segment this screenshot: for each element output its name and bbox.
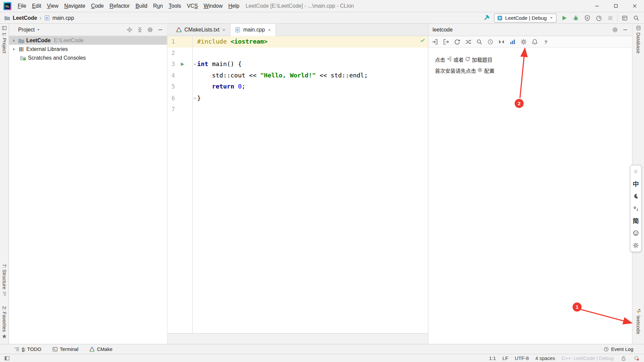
menu-view[interactable]: View [44,0,61,12]
menu-refactor[interactable]: Refactor [107,0,132,12]
moon-icon[interactable] [632,192,640,200]
code-line[interactable]: 2 [168,47,428,59]
tool-button-database[interactable]: Database [633,25,644,54]
leetcode-shuffle-button[interactable] [465,37,472,47]
build-button[interactable] [482,13,491,22]
stop-button[interactable] [606,13,615,22]
menu-file[interactable]: File [15,0,29,12]
fold-up-icon[interactable] [193,96,197,100]
folder-icon [4,15,10,21]
run-button[interactable] [560,13,569,22]
run-line-icon[interactable] [180,62,185,67]
editor-tab-cmakelists-txt[interactable]: CMakeLists.txt [172,24,230,36]
leetcode-login-button[interactable] [432,37,438,47]
menu-edit[interactable]: Edit [29,0,44,12]
fold-down-icon[interactable] [193,62,197,66]
encoding-widget[interactable]: UTF-8 [515,355,529,361]
restore-layout-button[interactable] [620,13,629,22]
leetcode-bell-button[interactable] [531,37,538,47]
leetcode-search-button[interactable] [476,37,483,47]
unlock-button[interactable] [620,355,627,362]
leetcode-clock-button[interactable] [487,37,494,47]
hide-panel-button[interactable] [157,25,164,34]
hint-line: 首次安装请先点击 配置 [435,66,495,77]
folder-icon [18,37,25,44]
editor-body[interactable]: 1#include <iostream>23int main() {4 std:… [168,36,428,334]
gear-icon[interactable] [632,241,640,249]
menu-code[interactable]: Code [88,0,107,12]
tool-button-terminal[interactable]: Terminal [52,346,78,352]
leetcode-logout-button[interactable] [443,37,449,47]
breadcrumb-file[interactable]: main.cpp [52,15,74,21]
hide-panel-button[interactable] [622,25,629,34]
tree-row-scratches-and-consoles[interactable]: Scratches and Consoles [9,53,167,62]
tool-button-leetcode[interactable]: leetcode [633,309,644,334]
tree-row-external-libraries[interactable]: External Libraries [9,45,167,53]
caret-position-widget[interactable]: 1:1 [489,355,496,361]
tool-button-7-structure[interactable]: 7: Structure [0,264,9,296]
code-line[interactable]: 1#include <iostream> [168,36,428,48]
run-config-ghost: C++: LeetCode | Debug [561,355,613,361]
menu-vcs[interactable]: VCS [184,0,201,12]
menu-build[interactable]: Build [132,0,150,12]
menu-run[interactable]: Run [150,0,166,12]
menu-window[interactable]: Window [201,0,225,12]
line-number: 1 [168,36,175,48]
hint-text: 首次安装请先点击 [435,68,478,74]
tool-button-cmake[interactable]: CMake [89,346,113,352]
close-tab-icon[interactable] [222,28,226,32]
simplified-chinese-icon[interactable]: 简 [632,217,640,225]
locate-button[interactable] [126,25,133,34]
gear-button[interactable] [611,25,619,34]
editor-tab-main-cpp[interactable]: Cmain.cpp [230,24,276,36]
minimize-icon [594,3,599,9]
leetcode-help-button[interactable]: ? [543,37,549,47]
leetcode-collapse-button[interactable] [498,37,505,47]
menu-tools[interactable]: Tools [166,0,184,12]
menu-help[interactable]: Help [225,0,242,12]
code-line[interactable]: 5 return 0; [168,81,428,93]
tree-item-label: LeetCode [26,37,51,43]
login-icon [432,38,438,45]
quote-icon[interactable] [632,204,640,213]
leetcode-chart-button[interactable] [509,37,516,47]
project-tree: LeetCodeE:\LeetCodeExternal LibrariesScr… [9,36,167,62]
code-line[interactable]: 7 [168,104,428,115]
drag-handle-icon[interactable] [632,168,640,176]
profiler-button[interactable] [594,13,603,22]
line-separator-widget[interactable]: LF [502,355,508,361]
code-line[interactable]: 4 std::cout << "Hello, World!" << std::e… [168,70,428,81]
close-tab-icon[interactable] [267,28,271,32]
maximize-button[interactable] [606,0,625,12]
project-panel-title[interactable]: Project [12,27,35,33]
breadcrumb-project[interactable]: LeetCode [13,15,37,21]
smiley-icon[interactable] [632,229,640,237]
clion-logo-icon: CL [3,2,11,10]
debug-button[interactable] [571,13,580,22]
tree-row-leetcode[interactable]: LeetCodeE:\LeetCode [9,36,167,45]
tool-button-2-favorites[interactable]: 2: Favorites [0,306,9,339]
minimize-button[interactable] [587,0,606,12]
indent-widget[interactable]: 4 spaces [535,355,555,361]
leetcode-refresh-button[interactable] [454,37,461,47]
svg-text:CL: CL [5,5,10,8]
inspections-ok-icon[interactable] [420,37,425,43]
chevron-down-icon[interactable] [36,27,41,32]
coverage-button[interactable] [583,13,592,22]
tool-button-6-todo[interactable]: 6: TODO [14,346,42,352]
menu-navigate[interactable]: Navigate [61,0,88,12]
run-config-selector[interactable]: LeetCode | Debug [494,13,556,22]
code-line[interactable]: 3int main() { [168,59,428,70]
translate-chinese-icon[interactable]: 中 [632,180,640,188]
tool-button-1-project[interactable]: 1: Project [0,25,9,53]
gear-button[interactable] [146,25,154,34]
code-line[interactable]: 6} [168,93,428,104]
close-button[interactable] [625,0,644,12]
tool-window-switcher-button[interactable] [3,355,11,362]
indicator-button[interactable] [633,355,640,362]
leetcode-gear-button[interactable] [520,37,527,47]
token: <iostream> [230,38,268,45]
event-log-button[interactable]: Event Log [603,344,633,354]
search-everywhere-button[interactable] [632,13,641,22]
collapse-all-button[interactable] [136,25,143,34]
